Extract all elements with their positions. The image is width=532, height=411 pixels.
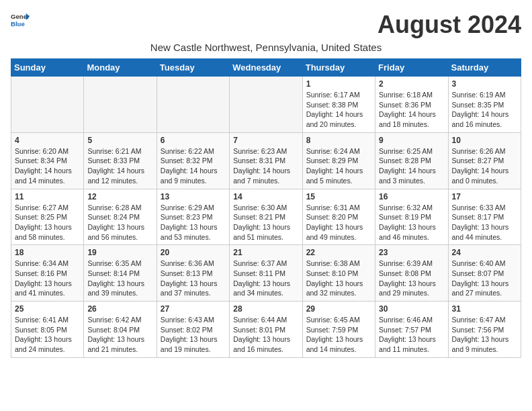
calendar-cell: 7Sunrise: 6:23 AMSunset: 8:31 PMDaylight… bbox=[230, 132, 302, 189]
calendar-cell: 1Sunrise: 6:17 AMSunset: 8:38 PMDaylight… bbox=[302, 77, 375, 133]
day-number: 16 bbox=[379, 192, 444, 201]
day-number: 21 bbox=[233, 248, 298, 257]
calendar-cell: 11Sunrise: 6:27 AMSunset: 8:25 PMDayligh… bbox=[11, 189, 84, 245]
logo: General Blue bbox=[11, 11, 30, 30]
day-number: 26 bbox=[87, 304, 152, 314]
day-info: Sunrise: 6:17 AMSunset: 8:38 PMDaylight:… bbox=[306, 90, 371, 130]
day-info: Sunrise: 6:34 AMSunset: 8:16 PMDaylight:… bbox=[15, 259, 80, 298]
day-info: Sunrise: 6:27 AMSunset: 8:25 PMDaylight:… bbox=[15, 203, 80, 242]
day-info: Sunrise: 6:41 AMSunset: 8:05 PMDaylight:… bbox=[15, 315, 80, 355]
day-number: 22 bbox=[306, 248, 371, 257]
calendar-cell bbox=[157, 77, 229, 133]
day-info: Sunrise: 6:18 AMSunset: 8:36 PMDaylight:… bbox=[379, 90, 444, 130]
day-info: Sunrise: 6:46 AMSunset: 7:57 PMDaylight:… bbox=[379, 315, 444, 355]
day-number: 8 bbox=[306, 136, 371, 145]
calendar-cell: 8Sunrise: 6:24 AMSunset: 8:29 PMDaylight… bbox=[302, 132, 375, 189]
calendar-cell: 22Sunrise: 6:38 AMSunset: 8:10 PMDayligh… bbox=[302, 245, 375, 302]
calendar-cell: 28Sunrise: 6:44 AMSunset: 8:01 PMDayligh… bbox=[230, 302, 302, 358]
day-number: 23 bbox=[379, 248, 444, 257]
day-number: 10 bbox=[452, 136, 517, 145]
day-info: Sunrise: 6:20 AMSunset: 8:34 PMDaylight:… bbox=[15, 146, 80, 186]
day-number: 1 bbox=[306, 79, 371, 89]
calendar-cell: 23Sunrise: 6:39 AMSunset: 8:08 PMDayligh… bbox=[375, 245, 448, 302]
day-number: 4 bbox=[15, 136, 80, 145]
location-title: New Castle Northwest, Pennsylvania, Unit… bbox=[11, 42, 521, 53]
day-number: 7 bbox=[233, 136, 298, 145]
day-number: 28 bbox=[233, 304, 298, 314]
day-number: 13 bbox=[161, 192, 226, 201]
day-number: 27 bbox=[161, 304, 226, 314]
day-info: Sunrise: 6:47 AMSunset: 7:56 PMDaylight:… bbox=[452, 315, 517, 355]
calendar-cell bbox=[230, 77, 302, 133]
calendar-cell: 31Sunrise: 6:47 AMSunset: 7:56 PMDayligh… bbox=[448, 302, 521, 358]
weekday-header-saturday: Saturday bbox=[448, 59, 521, 77]
calendar-cell: 2Sunrise: 6:18 AMSunset: 8:36 PMDaylight… bbox=[375, 77, 448, 133]
day-info: Sunrise: 6:35 AMSunset: 8:14 PMDaylight:… bbox=[87, 259, 152, 298]
day-number: 24 bbox=[452, 248, 517, 257]
calendar-cell: 20Sunrise: 6:36 AMSunset: 8:13 PMDayligh… bbox=[157, 245, 229, 302]
day-number: 30 bbox=[379, 304, 444, 314]
calendar-cell: 14Sunrise: 6:30 AMSunset: 8:21 PMDayligh… bbox=[230, 189, 302, 245]
calendar-cell bbox=[11, 77, 84, 133]
day-info: Sunrise: 6:31 AMSunset: 8:20 PMDaylight:… bbox=[306, 203, 371, 242]
day-number: 11 bbox=[15, 192, 80, 201]
day-number: 20 bbox=[161, 248, 226, 257]
day-number: 12 bbox=[87, 192, 152, 201]
calendar-cell: 24Sunrise: 6:40 AMSunset: 8:07 PMDayligh… bbox=[448, 245, 521, 302]
day-info: Sunrise: 6:45 AMSunset: 7:59 PMDaylight:… bbox=[306, 315, 371, 355]
weekday-header-thursday: Thursday bbox=[302, 59, 375, 77]
calendar: SundayMondayTuesdayWednesdayThursdayFrid… bbox=[11, 58, 521, 358]
day-number: 5 bbox=[87, 136, 152, 145]
day-number: 31 bbox=[452, 304, 517, 314]
day-info: Sunrise: 6:37 AMSunset: 8:11 PMDaylight:… bbox=[233, 259, 298, 298]
weekday-header-tuesday: Tuesday bbox=[157, 59, 229, 77]
day-info: Sunrise: 6:43 AMSunset: 8:02 PMDaylight:… bbox=[161, 315, 226, 355]
calendar-cell: 25Sunrise: 6:41 AMSunset: 8:05 PMDayligh… bbox=[11, 302, 84, 358]
weekday-header-wednesday: Wednesday bbox=[230, 59, 302, 77]
day-info: Sunrise: 6:42 AMSunset: 8:04 PMDaylight:… bbox=[87, 315, 152, 355]
day-info: Sunrise: 6:32 AMSunset: 8:19 PMDaylight:… bbox=[379, 203, 444, 242]
calendar-cell: 6Sunrise: 6:22 AMSunset: 8:32 PMDaylight… bbox=[157, 132, 229, 189]
day-info: Sunrise: 6:25 AMSunset: 8:28 PMDaylight:… bbox=[379, 146, 444, 186]
day-info: Sunrise: 6:40 AMSunset: 8:07 PMDaylight:… bbox=[452, 259, 517, 298]
weekday-header-sunday: Sunday bbox=[11, 59, 84, 77]
day-number: 17 bbox=[452, 192, 517, 201]
calendar-cell: 15Sunrise: 6:31 AMSunset: 8:20 PMDayligh… bbox=[302, 189, 375, 245]
calendar-cell: 3Sunrise: 6:19 AMSunset: 8:35 PMDaylight… bbox=[448, 77, 521, 133]
day-number: 29 bbox=[306, 304, 371, 314]
calendar-cell: 16Sunrise: 6:32 AMSunset: 8:19 PMDayligh… bbox=[375, 189, 448, 245]
calendar-cell bbox=[84, 77, 157, 133]
day-number: 18 bbox=[15, 248, 80, 257]
calendar-cell: 5Sunrise: 6:21 AMSunset: 8:33 PMDaylight… bbox=[84, 132, 157, 189]
calendar-cell: 21Sunrise: 6:37 AMSunset: 8:11 PMDayligh… bbox=[230, 245, 302, 302]
day-number: 15 bbox=[306, 192, 371, 201]
day-info: Sunrise: 6:19 AMSunset: 8:35 PMDaylight:… bbox=[452, 90, 517, 130]
day-info: Sunrise: 6:26 AMSunset: 8:27 PMDaylight:… bbox=[452, 146, 517, 186]
calendar-cell: 17Sunrise: 6:33 AMSunset: 8:17 PMDayligh… bbox=[448, 189, 521, 245]
day-number: 3 bbox=[452, 79, 517, 89]
calendar-cell: 27Sunrise: 6:43 AMSunset: 8:02 PMDayligh… bbox=[157, 302, 229, 358]
day-info: Sunrise: 6:44 AMSunset: 8:01 PMDaylight:… bbox=[233, 315, 298, 355]
day-info: Sunrise: 6:29 AMSunset: 8:23 PMDaylight:… bbox=[161, 203, 226, 242]
day-info: Sunrise: 6:39 AMSunset: 8:08 PMDaylight:… bbox=[379, 259, 444, 298]
day-info: Sunrise: 6:21 AMSunset: 8:33 PMDaylight:… bbox=[87, 146, 152, 186]
day-info: Sunrise: 6:38 AMSunset: 8:10 PMDaylight:… bbox=[306, 259, 371, 298]
day-info: Sunrise: 6:22 AMSunset: 8:32 PMDaylight:… bbox=[161, 146, 226, 186]
day-info: Sunrise: 6:36 AMSunset: 8:13 PMDaylight:… bbox=[161, 259, 226, 298]
day-info: Sunrise: 6:28 AMSunset: 8:24 PMDaylight:… bbox=[87, 203, 152, 242]
calendar-cell: 26Sunrise: 6:42 AMSunset: 8:04 PMDayligh… bbox=[84, 302, 157, 358]
day-info: Sunrise: 6:23 AMSunset: 8:31 PMDaylight:… bbox=[233, 146, 298, 186]
calendar-cell: 29Sunrise: 6:45 AMSunset: 7:59 PMDayligh… bbox=[302, 302, 375, 358]
calendar-cell: 4Sunrise: 6:20 AMSunset: 8:34 PMDaylight… bbox=[11, 132, 84, 189]
calendar-cell: 30Sunrise: 6:46 AMSunset: 7:57 PMDayligh… bbox=[375, 302, 448, 358]
calendar-cell: 19Sunrise: 6:35 AMSunset: 8:14 PMDayligh… bbox=[84, 245, 157, 302]
calendar-cell: 10Sunrise: 6:26 AMSunset: 8:27 PMDayligh… bbox=[448, 132, 521, 189]
day-number: 25 bbox=[15, 304, 80, 314]
day-info: Sunrise: 6:33 AMSunset: 8:17 PMDaylight:… bbox=[452, 203, 517, 242]
day-number: 14 bbox=[233, 192, 298, 201]
calendar-cell: 12Sunrise: 6:28 AMSunset: 8:24 PMDayligh… bbox=[84, 189, 157, 245]
calendar-cell: 18Sunrise: 6:34 AMSunset: 8:16 PMDayligh… bbox=[11, 245, 84, 302]
calendar-cell: 13Sunrise: 6:29 AMSunset: 8:23 PMDayligh… bbox=[157, 189, 229, 245]
weekday-header-friday: Friday bbox=[375, 59, 448, 77]
logo-icon: General Blue bbox=[11, 11, 30, 30]
